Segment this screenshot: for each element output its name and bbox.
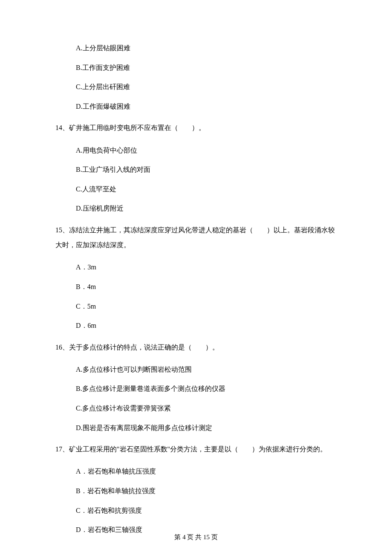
q16-option-a: A.多点位移计也可以判断围岩松动范围 <box>76 364 337 375</box>
page-footer: 第 4 页 共 15 页 <box>0 532 392 542</box>
page: A.上分层钻眼困难 B.工作面支护困难 C.上分层出矸困难 D.工作面爆破困难 … <box>0 0 392 555</box>
q17-stem: 17、矿业工程采用的"岩石坚固性系数"分类方法，主要是以（ ）为依据来进行分类的… <box>55 442 337 457</box>
q14-stem: 14、矿井施工用临时变电所不应布置在（ ）。 <box>55 120 337 135</box>
q16-option-c: C.多点位移计布设需要弹簧张紧 <box>76 403 337 414</box>
q15-option-d: D．6m <box>76 320 337 331</box>
q13-option-d: D.工作面爆破困难 <box>76 101 337 112</box>
q13-option-a: A.上分层钻眼困难 <box>76 43 337 54</box>
q14-option-c: C.人流罕至处 <box>76 184 337 195</box>
q14-option-d: D.压缩机房附近 <box>76 203 337 214</box>
q17-option-b: B．岩石饱和单轴抗拉强度 <box>76 486 337 497</box>
q14-option-b: B.工业广场引入线的对面 <box>76 164 337 175</box>
q16-stem: 16、关于多点位移计的特点，说法正确的是（ ）。 <box>55 340 337 355</box>
q13-option-c: C.上分层出矸困难 <box>76 81 337 92</box>
q15-option-b: B．4m <box>76 281 337 292</box>
q15-stem: 15、冻结法立井施工，其冻结深度应穿过风化带进人稳定的基岩（ ）以上。基岩段涌水… <box>55 223 337 252</box>
q15-option-c: C．5m <box>76 301 337 312</box>
q13-option-b: B.工作面支护困难 <box>76 62 337 73</box>
q14-option-a: A.用电负荷中心部位 <box>76 145 337 156</box>
q17-option-c: C．岩石饱和抗剪强度 <box>76 505 337 516</box>
q15-option-a: A．3m <box>76 262 337 273</box>
q17-option-a: A．岩石饱和单轴抗压强度 <box>76 466 337 477</box>
q16-option-b: B.多点位移计是测量巷道表面多个测点位移的仪器 <box>76 383 337 394</box>
q16-option-d: D.围岩是否有离层现象不能用多点位移计测定 <box>76 422 337 434</box>
